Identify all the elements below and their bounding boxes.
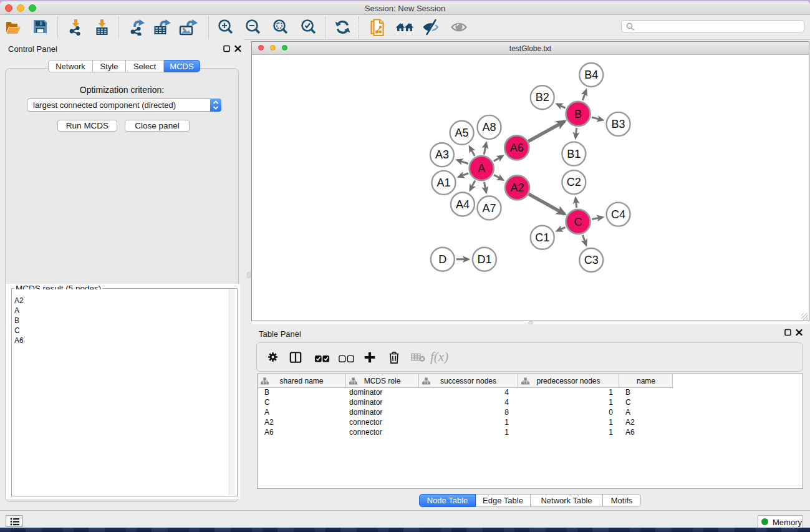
svg-text:C4: C4 bbox=[611, 208, 625, 221]
svg-text:D: D bbox=[438, 253, 446, 266]
svg-text:C1: C1 bbox=[535, 231, 549, 244]
svg-text:B3: B3 bbox=[612, 118, 625, 130]
svg-text:B2: B2 bbox=[536, 91, 549, 104]
svg-text:A6: A6 bbox=[510, 142, 524, 154]
svg-text:C2: C2 bbox=[567, 176, 581, 188]
svg-text:A1: A1 bbox=[436, 177, 450, 189]
svg-text:A2: A2 bbox=[511, 181, 524, 194]
svg-text:B4: B4 bbox=[584, 69, 598, 81]
svg-text:A3: A3 bbox=[435, 148, 449, 161]
svg-text:A8: A8 bbox=[482, 121, 496, 133]
svg-text:C: C bbox=[574, 216, 582, 228]
svg-text:D1: D1 bbox=[477, 253, 491, 266]
svg-text:A7: A7 bbox=[482, 202, 496, 215]
svg-text:C3: C3 bbox=[584, 254, 599, 266]
svg-text:B1: B1 bbox=[567, 148, 581, 160]
svg-text:A4: A4 bbox=[456, 198, 470, 211]
svg-text:A: A bbox=[478, 162, 485, 175]
svg-text:B: B bbox=[574, 108, 582, 120]
svg-text:A5: A5 bbox=[455, 127, 469, 139]
